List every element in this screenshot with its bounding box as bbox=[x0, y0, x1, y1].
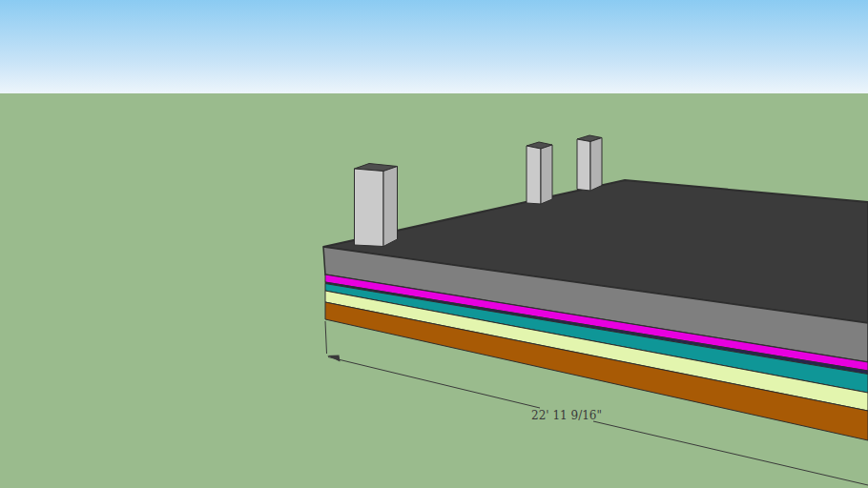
scene-canvas: 22' 11 9/16" bbox=[0, 0, 868, 488]
post-3 bbox=[577, 135, 602, 191]
post-3-side-face[interactable] bbox=[590, 138, 602, 192]
post-1 bbox=[355, 164, 398, 247]
sky-background bbox=[0, 0, 868, 93]
post-1-side-face[interactable] bbox=[383, 167, 398, 247]
post-3-front-face[interactable] bbox=[577, 139, 590, 191]
post-2-side-face[interactable] bbox=[541, 145, 552, 204]
dimension-text[interactable]: 22' 11 9/16" bbox=[531, 409, 602, 422]
post-2 bbox=[527, 142, 552, 204]
post-2-front-face[interactable] bbox=[527, 146, 541, 204]
post-1-front-face[interactable] bbox=[355, 169, 384, 247]
model-viewport: 22' 11 9/16" bbox=[0, 0, 868, 488]
